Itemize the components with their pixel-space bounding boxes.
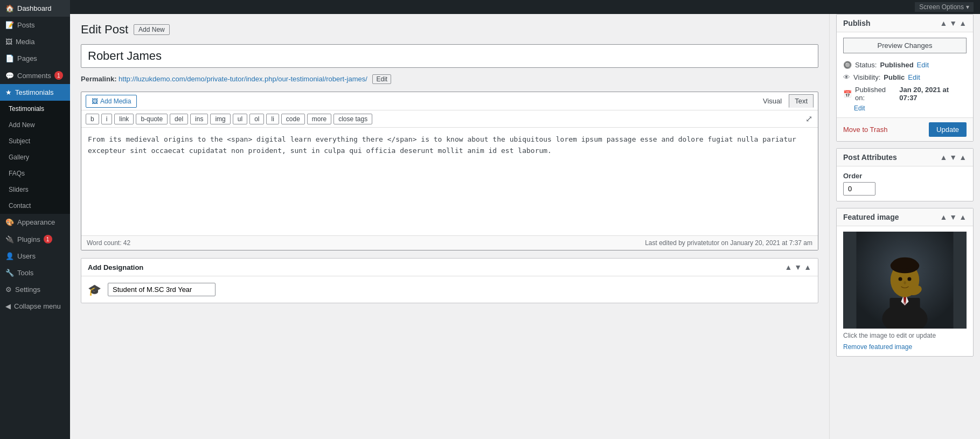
featured-img-collapse-up[interactable]: ▲ (940, 213, 947, 221)
sidebar-submenu-item-testimonials[interactable]: Testimonials (0, 101, 70, 117)
toolbar-bold[interactable]: b (86, 114, 99, 124)
sidebar-item-plugins[interactable]: 🔌 Plugins 1 (0, 231, 70, 248)
sidebar: 🏠 Dashboard 📝 Posts 🖼 Media 📄 Pages 💬 Co… (0, 0, 70, 439)
tab-text[interactable]: Text (789, 94, 814, 108)
featured-image-thumbnail[interactable] (843, 232, 967, 329)
preview-changes-button[interactable]: Preview Changes (843, 38, 967, 53)
add-new-button[interactable]: Add New (134, 24, 170, 35)
submenu-contact-label: Contact (9, 202, 31, 210)
toolbar-close-tags[interactable]: close tags (333, 114, 372, 124)
add-media-label: Add Media (100, 97, 131, 105)
sidebar-item-tools[interactable]: 🔧 Tools (0, 264, 70, 281)
designation-collapse-up[interactable]: ▲ (784, 263, 792, 271)
plugins-icon: 🔌 (5, 235, 14, 243)
designation-expand[interactable]: ▲ (804, 263, 811, 271)
sidebar-item-settings[interactable]: ⚙ Settings (0, 281, 70, 298)
sidebar-item-label: Collapse menu (14, 302, 61, 310)
comments-icon: 💬 (5, 72, 14, 80)
sidebar-item-collapse[interactable]: ◀ Collapse menu (0, 298, 70, 315)
toolbar-ol[interactable]: ol (249, 114, 264, 124)
publish-expand[interactable]: ▲ (959, 19, 967, 27)
sidebar-item-media[interactable]: 🖼 Media (0, 33, 70, 50)
submenu-subject-label: Subject (9, 137, 30, 145)
designation-input[interactable] (108, 283, 216, 296)
featured-image-caption: Click the image to edit or update (843, 332, 967, 339)
post-attr-collapse-down[interactable]: ▼ (949, 153, 957, 162)
move-to-trash-link[interactable]: Move to Trash (843, 126, 887, 134)
post-attr-expand[interactable]: ▲ (959, 153, 967, 162)
visibility-label: Visibility: (853, 73, 880, 81)
sidebar-submenu-item-faqs[interactable]: FAQs (0, 165, 70, 182)
designation-meta-box: Add Designation ▲ ▼ ▲ 🎓 (81, 258, 818, 303)
sidebar-submenu-item-sliders[interactable]: Sliders (0, 182, 70, 198)
permalink-url[interactable]: http://luzukdemo.com/demo/private-tutor/… (119, 75, 367, 83)
toolbar-italic[interactable]: i (101, 114, 113, 124)
toolbar-ul[interactable]: ul (233, 114, 247, 124)
featured-img-expand[interactable]: ▲ (959, 213, 967, 221)
content-area: Edit Post Add New Permalink: http://luzu… (70, 14, 980, 439)
editor-content[interactable]: From its medieval origins to the <span> … (81, 128, 818, 235)
editor-tabs-bar: 🖼 Add Media Visual Text (81, 92, 818, 110)
media-icon: 🖼 (5, 38, 12, 46)
screen-options-button[interactable]: Screen Options ▾ (915, 2, 974, 12)
featured-img-collapse-down[interactable]: ▼ (949, 213, 957, 221)
publish-collapse-up[interactable]: ▲ (940, 19, 947, 27)
sidebar-item-label: Testimonials (15, 88, 54, 96)
order-input[interactable] (843, 182, 875, 196)
graduation-icon: 🎓 (88, 283, 101, 296)
last-edited: Last edited by privatetutor on January 2… (645, 239, 812, 247)
sidebar-item-comments[interactable]: 💬 Comments 1 (0, 67, 70, 84)
sidebar-item-label: Users (17, 252, 36, 260)
toolbar-more[interactable]: more (307, 114, 331, 124)
sidebar-item-label: Settings (15, 285, 40, 294)
sidebar-item-label: Pages (17, 54, 37, 62)
toolbar-expand-button[interactable]: ⤢ (804, 113, 814, 125)
publish-title: Publish (843, 19, 871, 27)
publish-collapse-down[interactable]: ▼ (949, 19, 957, 27)
toolbar-del[interactable]: del (170, 114, 188, 124)
add-media-button[interactable]: 🖼 Add Media (86, 95, 137, 108)
sidebar-submenu-item-add-new[interactable]: Add New (0, 117, 70, 133)
word-count: Word count: 42 (87, 239, 130, 247)
toolbar-b-quote[interactable]: b-quote (136, 114, 168, 124)
sidebar-submenu-item-subject[interactable]: Subject (0, 133, 70, 149)
published-on-value: Jan 20, 2021 at 07:37 (899, 86, 967, 102)
published-on-edit-link[interactable]: Edit (854, 104, 865, 112)
publish-panel-actions: Move to Trash Update (837, 117, 973, 141)
toolbar-ins[interactable]: ins (190, 114, 208, 124)
update-button[interactable]: Update (929, 122, 967, 137)
editor-box: 🖼 Add Media Visual Text b i link b-quote… (81, 92, 818, 250)
sidebar-item-appearance[interactable]: 🎨 Appearance (0, 214, 70, 231)
tab-visual[interactable]: Visual (757, 94, 788, 108)
visibility-edit-link[interactable]: Edit (908, 73, 920, 81)
appearance-icon: 🎨 (5, 218, 14, 226)
submenu-gallery-label: Gallery (9, 154, 29, 161)
post-attr-collapse-up[interactable]: ▲ (940, 153, 947, 162)
sidebar-item-label: Tools (17, 269, 33, 277)
toolbar-li[interactable]: li (266, 114, 279, 124)
publish-panel-header: Publish ▲ ▼ ▲ (837, 15, 973, 32)
toolbar-link[interactable]: link (114, 114, 134, 124)
designation-meta-box-header[interactable]: Add Designation ▲ ▼ ▲ (81, 259, 818, 276)
designation-collapse-down[interactable]: ▼ (794, 263, 802, 271)
svg-point-9 (893, 257, 917, 269)
settings-icon: ⚙ (5, 285, 12, 294)
remove-featured-image-link[interactable]: Remove featured image (843, 343, 912, 351)
sidebar-submenu-item-gallery[interactable]: Gallery (0, 149, 70, 165)
sidebar-item-pages[interactable]: 📄 Pages (0, 50, 70, 67)
editor-tab-group: Visual Text (757, 94, 814, 108)
sidebar-submenu-item-contact[interactable]: Contact (0, 198, 70, 214)
toolbar-img[interactable]: img (210, 114, 230, 124)
sidebar-item-posts[interactable]: 📝 Posts (0, 17, 70, 33)
toolbar-code[interactable]: code (281, 114, 305, 124)
featured-image-header: Featured image ▲ ▼ ▲ (837, 208, 973, 226)
post-title-input[interactable] (81, 44, 818, 68)
status-edit-link[interactable]: Edit (917, 61, 929, 69)
designation-controls: ▲ ▼ ▲ (784, 263, 811, 271)
featured-image-title: Featured image (843, 213, 899, 221)
sidebar-item-users[interactable]: 👤 Users (0, 248, 70, 264)
sidebar-item-testimonials[interactable]: ★ Testimonials (0, 84, 70, 101)
sidebar-item-dashboard[interactable]: 🏠 Dashboard (0, 0, 70, 17)
chevron-down-icon: ▾ (966, 3, 969, 11)
permalink-edit-button[interactable]: Edit (372, 74, 391, 84)
